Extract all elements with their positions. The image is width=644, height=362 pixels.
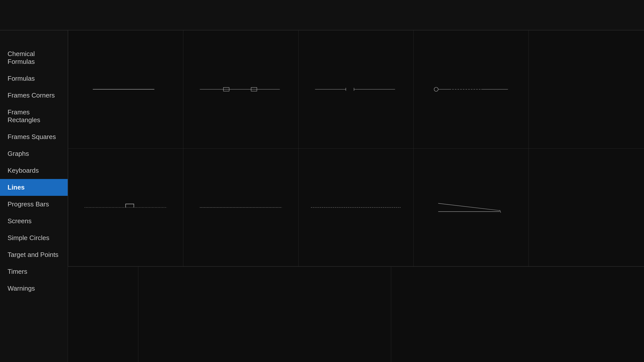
grid-cell-1[interactable] (68, 30, 183, 149)
grid-cell-3[interactable] (299, 30, 414, 149)
sidebar-item-warnings[interactable]: Warnings (0, 280, 68, 297)
grid-cell-10 (529, 149, 644, 267)
sidebar-item-keyboards[interactable]: Keyboards (0, 162, 68, 179)
sidebar-item-frames-rectangles[interactable]: Frames Rectangles (0, 104, 68, 128)
sidebar-item-progress-bars[interactable]: Progress Bars (0, 196, 68, 213)
sidebar-item-lines[interactable]: Lines (0, 179, 68, 196)
grid-cell-6[interactable] (68, 149, 183, 267)
grid-cell-8[interactable] (299, 149, 414, 267)
sidebar-item-formulas[interactable]: Formulas (0, 70, 68, 87)
bottom-cell-3 (391, 267, 644, 362)
svg-line-17 (500, 210, 501, 212)
main-area: Chemical Formulas Formulas Frames Corner… (0, 30, 644, 362)
sidebar-item-graphs[interactable]: Graphs (0, 145, 68, 162)
grid-cell-4[interactable] (414, 30, 529, 149)
grid-cell-2[interactable] (183, 30, 299, 149)
sidebar-item-chemical-formulas[interactable]: Chemical Formulas (0, 46, 68, 70)
content-area (68, 30, 644, 362)
grid-cell-5 (529, 30, 644, 149)
grid-area (68, 30, 644, 266)
app-wrapper: Chemical Formulas Formulas Frames Corner… (0, 0, 644, 362)
bottom-cell-1 (68, 267, 138, 362)
sidebar-item-target-and-points[interactable]: Target and Points (0, 246, 68, 263)
top-bar (0, 0, 644, 30)
sidebar-item-timers[interactable]: Timers (0, 263, 68, 280)
sidebar: Chemical Formulas Formulas Frames Corner… (0, 30, 68, 362)
sidebar-item-screens[interactable]: Screens (0, 213, 68, 230)
sidebar-item-frames-squares[interactable]: Frames Squares (0, 128, 68, 145)
grid-cell-7[interactable] (183, 149, 299, 267)
sidebar-item-simple-circles[interactable]: Simple Circles (0, 230, 68, 246)
svg-point-8 (434, 87, 438, 91)
bottom-area (68, 266, 644, 362)
sidebar-item-frames-corners[interactable]: Frames Corners (0, 87, 68, 104)
svg-line-15 (438, 203, 500, 210)
grid-cell-9[interactable] (414, 149, 529, 267)
bottom-cell-2 (138, 267, 391, 362)
